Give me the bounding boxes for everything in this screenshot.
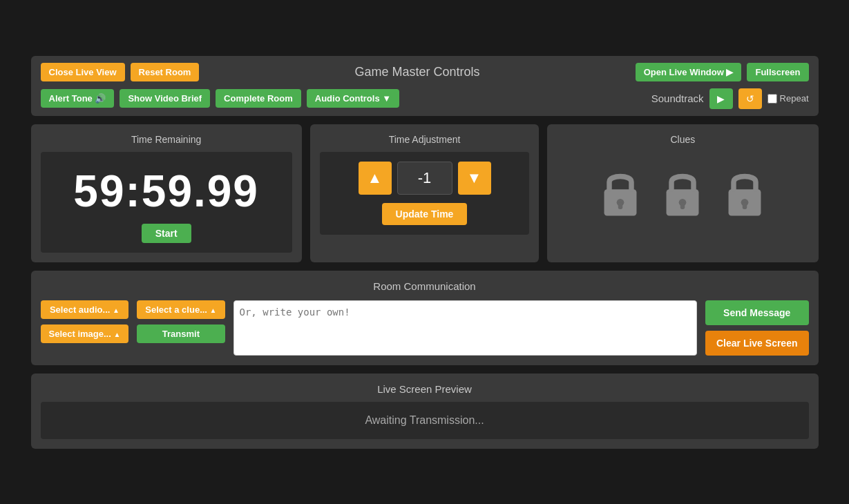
room-comm-title: Room Communication	[41, 280, 809, 292]
time-adjustment-title: Time Adjustment	[389, 134, 461, 145]
time-remaining-title: Time Remaining	[131, 134, 201, 145]
start-button[interactable]: Start	[142, 224, 191, 243]
audio-controls-button[interactable]: Audio Controls ▼	[307, 89, 399, 108]
room-communication-panel: Room Communication Select audio... Selec…	[31, 271, 819, 365]
awaiting-text: Awaiting Transmission...	[365, 414, 484, 426]
timer-digits: 59:59.99	[73, 166, 259, 217]
select-audio-button[interactable]: Select audio...	[41, 300, 129, 319]
room-comm-right: Send Message Clear Live Screen	[705, 300, 809, 356]
refresh-icon: ↺	[746, 93, 754, 104]
clues-icons	[557, 152, 808, 235]
soundtrack-area: Soundtrack ▶ ↺ Repeat	[651, 88, 809, 109]
time-remaining-panel: Time Remaining 59:59.99 Start	[31, 124, 302, 262]
soundtrack-play-button[interactable]: ▶	[709, 88, 733, 109]
time-adj-row: ▲ -1 ▼	[359, 162, 491, 195]
fullscreen-button[interactable]: Fullscreen	[747, 63, 808, 81]
select-image-button[interactable]: Select image...	[41, 324, 129, 343]
svg-rect-5	[680, 202, 685, 209]
live-preview-title: Live Screen Preview	[41, 383, 809, 395]
select-image-label: Select image...	[49, 329, 111, 339]
time-decrement-button[interactable]: ▼	[458, 162, 491, 195]
update-time-button[interactable]: Update Time	[382, 203, 468, 225]
time-adj-value: -1	[397, 162, 452, 195]
transmit-button[interactable]: Transmit	[137, 324, 225, 343]
time-adjustment-panel: Time Adjustment ▲ -1 ▼ Update Time	[310, 124, 540, 262]
top-bar: Close Live View Reset Room Game Master C…	[31, 56, 819, 116]
soundtrack-refresh-button[interactable]: ↺	[738, 88, 762, 109]
time-adjustment-controls: ▲ -1 ▼ Update Time	[320, 152, 530, 235]
send-message-button[interactable]: Send Message	[705, 300, 809, 325]
select-clue-button[interactable]: Select a clue...	[137, 300, 225, 319]
live-preview-body: Awaiting Transmission...	[41, 402, 809, 439]
reset-room-button[interactable]: Reset Room	[131, 63, 200, 81]
repeat-text: Repeat	[780, 93, 809, 104]
repeat-checkbox[interactable]	[767, 94, 777, 104]
play-icon: ▶	[717, 93, 725, 104]
message-textarea[interactable]	[233, 300, 697, 356]
complete-room-button[interactable]: Complete Room	[216, 89, 301, 108]
select-audio-label: Select audio...	[50, 304, 110, 315]
time-increment-button[interactable]: ▲	[359, 162, 392, 195]
lock-icon-1	[596, 166, 645, 221]
alert-tone-button[interactable]: Alert Tone 🔊	[41, 89, 115, 108]
room-comm-center-left: Select a clue... Transmit	[137, 300, 225, 356]
room-comm-body: Select audio... Select image... Select a…	[41, 300, 809, 356]
soundtrack-label: Soundtrack	[651, 93, 704, 104]
timer-display: 59:59.99 Start	[41, 152, 292, 253]
lock-icon-3	[721, 166, 769, 221]
clues-panel: Clues	[547, 124, 818, 262]
clear-live-screen-button[interactable]: Clear Live Screen	[705, 331, 809, 356]
lock-icon-2	[658, 166, 707, 221]
repeat-label-container: Repeat	[767, 93, 809, 104]
svg-rect-8	[743, 202, 747, 209]
page-title: Game Master Controls	[199, 65, 635, 79]
select-clue-label: Select a clue...	[145, 304, 207, 315]
room-comm-left: Select audio... Select image...	[41, 300, 129, 356]
middle-row: Time Remaining 59:59.99 Start Time Adjus…	[31, 124, 819, 262]
show-video-brief-button[interactable]: Show Video Brief	[120, 89, 210, 108]
live-screen-preview-panel: Live Screen Preview Awaiting Transmissio…	[31, 374, 819, 449]
svg-rect-2	[618, 202, 622, 209]
close-live-view-button[interactable]: Close Live View	[41, 63, 125, 81]
clues-title: Clues	[557, 134, 808, 145]
open-live-window-button[interactable]: Open Live Window ▶	[636, 63, 742, 81]
